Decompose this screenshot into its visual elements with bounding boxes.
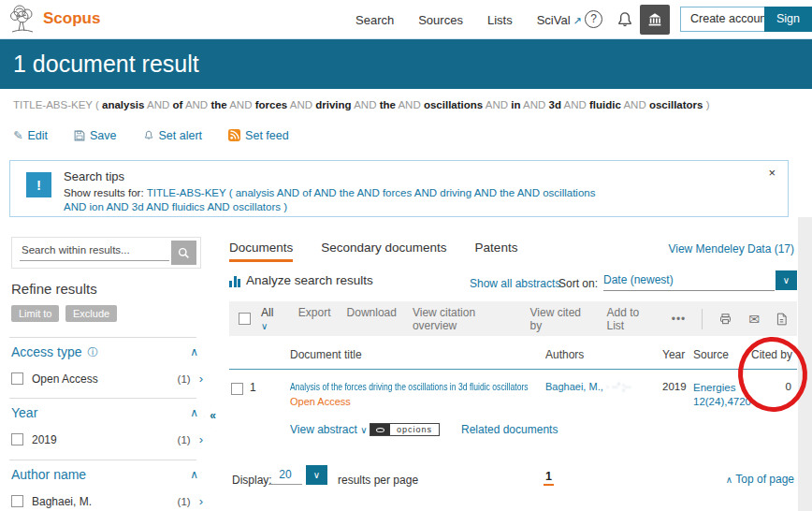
row-number: 1 [250, 381, 256, 394]
refine-sidebar: Refine results Limit to Exclude Access t… [0, 0, 215, 511]
chevron-up-icon: ∧ [726, 474, 732, 485]
open-access-badge: Open Access [290, 396, 351, 407]
col-header-authors[interactable]: Authors [545, 348, 584, 361]
tab-documents[interactable]: Documents [229, 241, 293, 262]
col-header-cited-by[interactable]: Cited by [751, 348, 792, 361]
col-header-source[interactable]: Source [693, 348, 729, 361]
page-size-value[interactable]: 20 [268, 468, 302, 485]
bar-chart-icon [229, 276, 240, 287]
info-icon[interactable]: ⓘ [87, 345, 97, 359]
col-header-year[interactable]: Year [662, 348, 685, 361]
chevron-right-icon[interactable]: › [199, 372, 203, 386]
results-per-page-label: results per page [338, 474, 418, 487]
toolbar-action-download[interactable]: Download [347, 306, 397, 332]
chevron-down-icon: ∨ [261, 321, 268, 331]
library-resolver-button[interactable]: opcions [370, 423, 440, 436]
open-access-checkbox[interactable] [11, 372, 23, 385]
sort-select-value[interactable]: Date (newest) [603, 273, 775, 291]
search-within-button[interactable] [171, 241, 196, 265]
top-of-page-link[interactable]: ∧ Top of page [726, 473, 794, 486]
pagination-page-1[interactable]: 1 [544, 470, 554, 486]
divider [9, 398, 196, 399]
facet-item-baghaei: Baghaei, M. (1) › [11, 494, 203, 508]
document-title-link[interactable]: Analysis of the forces driving the oscil… [290, 381, 529, 392]
year-2019-checkbox[interactable] [11, 433, 23, 445]
toolbar-action-view-cited-by[interactable]: View cited by [530, 306, 591, 332]
row-authors: Baghaei, M., · ··' ;·· [545, 381, 631, 392]
more-actions-button[interactable]: ••• [672, 313, 687, 326]
col-header-document-title[interactable]: Document title [290, 348, 362, 361]
limit-to-button[interactable]: Limit to [11, 305, 59, 322]
resolver-eye-icon [370, 424, 390, 435]
scopus-results-page: Scopus SearchSourcesListsSciVal ↗ ? Crea… [0, 0, 812, 511]
toolbar-action-add-to-list[interactable]: Add to List [606, 306, 655, 332]
view-mendeley-data-link[interactable]: View Mendeley Data (17) [668, 242, 794, 256]
display-label: Display: [232, 474, 272, 487]
select-all-checkbox[interactable] [239, 313, 251, 325]
divider [9, 337, 196, 338]
page-size-dropdown-chevron[interactable]: ∨ [306, 465, 327, 485]
results-tabs: Documents Secondary documents Patents [229, 241, 517, 262]
chevron-right-icon[interactable]: › [199, 494, 203, 508]
chevron-up-icon[interactable]: ∧ [190, 468, 198, 481]
divider [9, 460, 196, 460]
toolbar-action-view-citation-overview[interactable]: View citation overview [413, 306, 515, 332]
facet-year[interactable]: Year ∧ [11, 405, 198, 420]
search-within-results-box [11, 237, 201, 269]
tab-patents[interactable]: Patents [475, 241, 518, 262]
chevron-down-icon: ∨ [360, 425, 367, 435]
all-dropdown[interactable]: All ∨ [261, 306, 283, 332]
sort-on-label: Sort on: [558, 277, 598, 290]
view-abstract-link[interactable]: View abstract ∨ [290, 423, 367, 436]
facet-access-type[interactable]: Access type ⓘ ∧ [11, 344, 198, 359]
related-documents-link[interactable]: Related documents [461, 423, 558, 436]
chevron-up-icon[interactable]: ∧ [190, 406, 198, 419]
save-to-pdf-icon[interactable] [776, 313, 788, 326]
divider [702, 309, 703, 329]
chevron-up-icon[interactable]: ∧ [190, 345, 198, 358]
facet-author-name[interactable]: Author name ∧ [11, 467, 198, 482]
search-icon [178, 247, 190, 259]
toolbar-actions: ExportDownloadView citation overviewView… [298, 306, 656, 332]
facet-item-open-access: Open Access (1) › [11, 372, 203, 386]
results-toolbar: All ∨ ExportDownloadView citation overvi… [229, 301, 797, 336]
table-header-rule [229, 369, 797, 370]
email-icon[interactable]: ✉ [748, 312, 760, 327]
refine-results-title: Refine results [11, 281, 97, 297]
author-link[interactable]: Baghaei, M., [545, 381, 603, 392]
chevron-right-icon[interactable]: › [199, 432, 203, 446]
row-year: 2019 [662, 381, 687, 392]
show-all-abstracts-link[interactable]: Show all abstracts [470, 277, 560, 290]
facet-item-2019: 2019 (1) › [11, 432, 203, 446]
author-baghaei-checkbox[interactable] [11, 495, 23, 507]
analyze-search-results-link[interactable]: Analyze search results [229, 273, 373, 287]
scrollbar-track[interactable] [798, 217, 812, 511]
exclude-button[interactable]: Exclude [65, 305, 117, 322]
results-main: Documents Secondary documents Patents Vi… [229, 0, 797, 511]
print-icon[interactable] [718, 313, 732, 326]
author-obscured: · ··' ;·· [606, 382, 631, 392]
sort-dropdown-chevron[interactable]: ∨ [776, 270, 797, 290]
source-link[interactable]: Energies 12(24),4720 [693, 381, 751, 409]
search-within-results-input[interactable] [20, 242, 169, 261]
row-checkbox[interactable] [231, 383, 243, 395]
cited-by-count: 0 [786, 381, 791, 392]
toolbar-action-export[interactable]: Export [298, 306, 331, 332]
tab-secondary-documents[interactable]: Secondary documents [321, 241, 446, 262]
